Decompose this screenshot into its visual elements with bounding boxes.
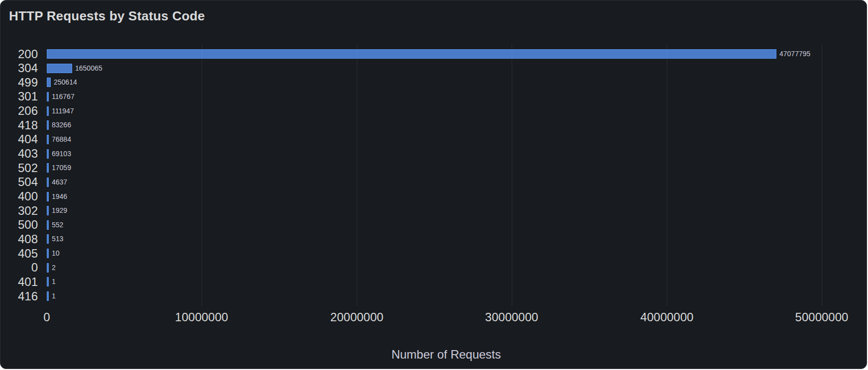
value-label: 1: [52, 291, 56, 301]
bar[interactable]: [47, 135, 49, 144]
x-tick-label: 30000000: [457, 310, 566, 324]
gridline: [512, 44, 512, 306]
value-label: 47077795: [779, 49, 810, 59]
value-label: 513: [52, 234, 63, 244]
value-label: 1: [52, 277, 56, 286]
category-label: 408: [0, 233, 38, 246]
category-label: 404: [0, 133, 38, 146]
gridline: [822, 44, 822, 306]
bar[interactable]: [47, 163, 49, 173]
x-tick-label: 20000000: [302, 310, 412, 324]
value-label: 552: [52, 220, 63, 230]
value-label: 83266: [52, 120, 71, 130]
value-label: 1929: [52, 206, 67, 215]
value-label: 116767: [52, 92, 75, 101]
bar[interactable]: [47, 249, 49, 258]
category-label: 200: [0, 48, 38, 61]
gridline: [357, 44, 357, 306]
value-label: 4637: [52, 178, 67, 187]
bar[interactable]: [47, 64, 72, 73]
bar[interactable]: [47, 263, 49, 273]
plot-area: 2004707779530416500654992506143011167672…: [0, 0, 867, 369]
bar[interactable]: [47, 49, 776, 59]
value-label: 2: [52, 263, 56, 273]
bar[interactable]: [47, 220, 49, 230]
category-label: 504: [0, 176, 38, 188]
category-label: 499: [0, 76, 38, 89]
category-label: 405: [0, 247, 38, 260]
bar[interactable]: [47, 78, 51, 87]
bar[interactable]: [47, 192, 49, 201]
bar[interactable]: [47, 178, 49, 187]
category-label: 302: [0, 204, 38, 217]
gridline: [667, 44, 667, 306]
bar[interactable]: [47, 206, 49, 215]
category-label: 502: [0, 162, 38, 175]
value-label: 76884: [52, 135, 71, 144]
value-label: 1946: [52, 192, 67, 201]
category-label: 401: [0, 276, 38, 288]
bar[interactable]: [47, 92, 49, 101]
category-label: 400: [0, 190, 38, 203]
category-label: 500: [0, 218, 38, 231]
category-label: 418: [0, 119, 38, 132]
value-label: 10: [52, 249, 60, 258]
category-label: 403: [0, 147, 38, 160]
bar[interactable]: [47, 277, 49, 286]
value-label: 111947: [52, 106, 74, 116]
value-label: 250614: [54, 78, 77, 87]
x-tick-label: 50000000: [767, 310, 867, 324]
category-label: 0: [0, 261, 38, 274]
chart-panel: HTTP Requests by Status Code 20047077795…: [0, 0, 867, 369]
value-label: 1650065: [75, 64, 103, 73]
bar[interactable]: [47, 234, 49, 244]
gridline: [202, 44, 202, 306]
category-label: 301: [0, 90, 38, 103]
value-label: 17059: [52, 163, 71, 173]
bar[interactable]: [47, 149, 49, 159]
x-axis-label: Number of Requests: [47, 348, 846, 362]
bar[interactable]: [47, 291, 49, 301]
category-label: 416: [0, 290, 38, 303]
value-label: 69103: [52, 149, 71, 159]
category-label: 304: [0, 62, 38, 75]
x-tick-label: 40000000: [612, 310, 722, 324]
bar[interactable]: [47, 120, 49, 130]
x-tick-label: 10000000: [147, 310, 256, 324]
category-label: 206: [0, 104, 38, 117]
x-tick-label: 0: [0, 310, 102, 324]
bar[interactable]: [47, 106, 49, 116]
